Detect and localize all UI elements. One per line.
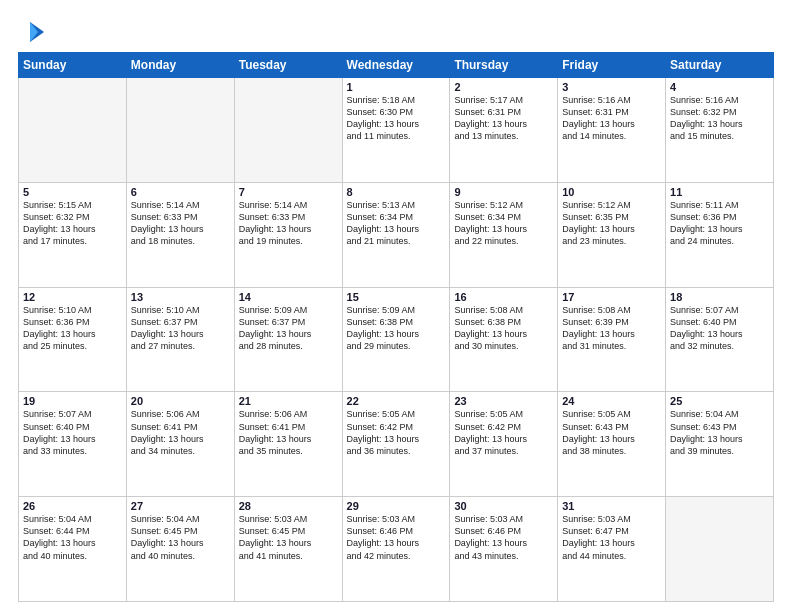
day-info: Sunrise: 5:07 AM Sunset: 6:40 PM Dayligh…: [23, 408, 122, 457]
day-number: 8: [347, 186, 446, 198]
day-number: 2: [454, 81, 553, 93]
calendar-day-cell: 19Sunrise: 5:07 AM Sunset: 6:40 PM Dayli…: [19, 392, 127, 497]
day-number: 20: [131, 395, 230, 407]
calendar-day-cell: 4Sunrise: 5:16 AM Sunset: 6:32 PM Daylig…: [666, 78, 774, 183]
day-info: Sunrise: 5:18 AM Sunset: 6:30 PM Dayligh…: [347, 94, 446, 143]
day-info: Sunrise: 5:11 AM Sunset: 6:36 PM Dayligh…: [670, 199, 769, 248]
day-info: Sunrise: 5:05 AM Sunset: 6:42 PM Dayligh…: [347, 408, 446, 457]
logo: [18, 18, 48, 46]
day-number: 3: [562, 81, 661, 93]
day-info: Sunrise: 5:16 AM Sunset: 6:31 PM Dayligh…: [562, 94, 661, 143]
day-info: Sunrise: 5:04 AM Sunset: 6:44 PM Dayligh…: [23, 513, 122, 562]
day-number: 29: [347, 500, 446, 512]
day-info: Sunrise: 5:03 AM Sunset: 6:46 PM Dayligh…: [347, 513, 446, 562]
day-number: 14: [239, 291, 338, 303]
day-number: 18: [670, 291, 769, 303]
calendar-day-cell: 11Sunrise: 5:11 AM Sunset: 6:36 PM Dayli…: [666, 182, 774, 287]
calendar-day-cell: 30Sunrise: 5:03 AM Sunset: 6:46 PM Dayli…: [450, 497, 558, 602]
calendar-day-cell: 3Sunrise: 5:16 AM Sunset: 6:31 PM Daylig…: [558, 78, 666, 183]
day-info: Sunrise: 5:08 AM Sunset: 6:39 PM Dayligh…: [562, 304, 661, 353]
weekday-header-cell: Friday: [558, 53, 666, 78]
calendar-day-cell: 14Sunrise: 5:09 AM Sunset: 6:37 PM Dayli…: [234, 287, 342, 392]
calendar-table: SundayMondayTuesdayWednesdayThursdayFrid…: [18, 52, 774, 602]
logo-icon: [20, 18, 48, 46]
calendar-day-cell: 15Sunrise: 5:09 AM Sunset: 6:38 PM Dayli…: [342, 287, 450, 392]
day-number: 17: [562, 291, 661, 303]
calendar-day-cell: 1Sunrise: 5:18 AM Sunset: 6:30 PM Daylig…: [342, 78, 450, 183]
day-info: Sunrise: 5:04 AM Sunset: 6:43 PM Dayligh…: [670, 408, 769, 457]
day-info: Sunrise: 5:12 AM Sunset: 6:35 PM Dayligh…: [562, 199, 661, 248]
calendar-day-cell: 20Sunrise: 5:06 AM Sunset: 6:41 PM Dayli…: [126, 392, 234, 497]
calendar-day-cell: 23Sunrise: 5:05 AM Sunset: 6:42 PM Dayli…: [450, 392, 558, 497]
day-info: Sunrise: 5:09 AM Sunset: 6:37 PM Dayligh…: [239, 304, 338, 353]
day-number: 19: [23, 395, 122, 407]
calendar-week-row: 19Sunrise: 5:07 AM Sunset: 6:40 PM Dayli…: [19, 392, 774, 497]
calendar-day-cell: 29Sunrise: 5:03 AM Sunset: 6:46 PM Dayli…: [342, 497, 450, 602]
day-number: 9: [454, 186, 553, 198]
day-info: Sunrise: 5:03 AM Sunset: 6:47 PM Dayligh…: [562, 513, 661, 562]
header: [18, 18, 774, 46]
calendar-week-row: 1Sunrise: 5:18 AM Sunset: 6:30 PM Daylig…: [19, 78, 774, 183]
day-info: Sunrise: 5:14 AM Sunset: 6:33 PM Dayligh…: [239, 199, 338, 248]
day-number: 31: [562, 500, 661, 512]
day-number: 16: [454, 291, 553, 303]
day-number: 15: [347, 291, 446, 303]
day-number: 7: [239, 186, 338, 198]
day-number: 26: [23, 500, 122, 512]
day-number: 27: [131, 500, 230, 512]
calendar-week-row: 26Sunrise: 5:04 AM Sunset: 6:44 PM Dayli…: [19, 497, 774, 602]
day-number: 13: [131, 291, 230, 303]
calendar-day-cell: 25Sunrise: 5:04 AM Sunset: 6:43 PM Dayli…: [666, 392, 774, 497]
day-number: 22: [347, 395, 446, 407]
weekday-header-row: SundayMondayTuesdayWednesdayThursdayFrid…: [19, 53, 774, 78]
calendar-day-cell: 12Sunrise: 5:10 AM Sunset: 6:36 PM Dayli…: [19, 287, 127, 392]
day-info: Sunrise: 5:06 AM Sunset: 6:41 PM Dayligh…: [131, 408, 230, 457]
calendar-week-row: 5Sunrise: 5:15 AM Sunset: 6:32 PM Daylig…: [19, 182, 774, 287]
day-info: Sunrise: 5:10 AM Sunset: 6:37 PM Dayligh…: [131, 304, 230, 353]
calendar-day-cell: [666, 497, 774, 602]
day-number: 11: [670, 186, 769, 198]
calendar-day-cell: 26Sunrise: 5:04 AM Sunset: 6:44 PM Dayli…: [19, 497, 127, 602]
weekday-header-cell: Monday: [126, 53, 234, 78]
weekday-header-cell: Sunday: [19, 53, 127, 78]
calendar-day-cell: 7Sunrise: 5:14 AM Sunset: 6:33 PM Daylig…: [234, 182, 342, 287]
calendar-day-cell: 8Sunrise: 5:13 AM Sunset: 6:34 PM Daylig…: [342, 182, 450, 287]
calendar-day-cell: 18Sunrise: 5:07 AM Sunset: 6:40 PM Dayli…: [666, 287, 774, 392]
day-info: Sunrise: 5:03 AM Sunset: 6:45 PM Dayligh…: [239, 513, 338, 562]
day-info: Sunrise: 5:10 AM Sunset: 6:36 PM Dayligh…: [23, 304, 122, 353]
day-number: 1: [347, 81, 446, 93]
calendar-body: 1Sunrise: 5:18 AM Sunset: 6:30 PM Daylig…: [19, 78, 774, 602]
weekday-header-cell: Tuesday: [234, 53, 342, 78]
calendar-day-cell: 24Sunrise: 5:05 AM Sunset: 6:43 PM Dayli…: [558, 392, 666, 497]
day-info: Sunrise: 5:03 AM Sunset: 6:46 PM Dayligh…: [454, 513, 553, 562]
day-number: 6: [131, 186, 230, 198]
weekday-header-cell: Saturday: [666, 53, 774, 78]
day-number: 21: [239, 395, 338, 407]
calendar-week-row: 12Sunrise: 5:10 AM Sunset: 6:36 PM Dayli…: [19, 287, 774, 392]
weekday-header-cell: Thursday: [450, 53, 558, 78]
calendar-day-cell: [234, 78, 342, 183]
day-number: 10: [562, 186, 661, 198]
calendar-day-cell: [19, 78, 127, 183]
day-info: Sunrise: 5:12 AM Sunset: 6:34 PM Dayligh…: [454, 199, 553, 248]
day-info: Sunrise: 5:17 AM Sunset: 6:31 PM Dayligh…: [454, 94, 553, 143]
calendar-day-cell: 28Sunrise: 5:03 AM Sunset: 6:45 PM Dayli…: [234, 497, 342, 602]
calendar-day-cell: 13Sunrise: 5:10 AM Sunset: 6:37 PM Dayli…: [126, 287, 234, 392]
page: SundayMondayTuesdayWednesdayThursdayFrid…: [0, 0, 792, 612]
day-info: Sunrise: 5:08 AM Sunset: 6:38 PM Dayligh…: [454, 304, 553, 353]
day-info: Sunrise: 5:04 AM Sunset: 6:45 PM Dayligh…: [131, 513, 230, 562]
calendar-day-cell: 27Sunrise: 5:04 AM Sunset: 6:45 PM Dayli…: [126, 497, 234, 602]
calendar-day-cell: 2Sunrise: 5:17 AM Sunset: 6:31 PM Daylig…: [450, 78, 558, 183]
day-number: 24: [562, 395, 661, 407]
calendar-day-cell: 9Sunrise: 5:12 AM Sunset: 6:34 PM Daylig…: [450, 182, 558, 287]
day-number: 5: [23, 186, 122, 198]
day-info: Sunrise: 5:05 AM Sunset: 6:43 PM Dayligh…: [562, 408, 661, 457]
day-number: 28: [239, 500, 338, 512]
day-info: Sunrise: 5:13 AM Sunset: 6:34 PM Dayligh…: [347, 199, 446, 248]
weekday-header-cell: Wednesday: [342, 53, 450, 78]
calendar-day-cell: 31Sunrise: 5:03 AM Sunset: 6:47 PM Dayli…: [558, 497, 666, 602]
day-info: Sunrise: 5:09 AM Sunset: 6:38 PM Dayligh…: [347, 304, 446, 353]
day-number: 23: [454, 395, 553, 407]
calendar-day-cell: 10Sunrise: 5:12 AM Sunset: 6:35 PM Dayli…: [558, 182, 666, 287]
calendar-day-cell: 22Sunrise: 5:05 AM Sunset: 6:42 PM Dayli…: [342, 392, 450, 497]
